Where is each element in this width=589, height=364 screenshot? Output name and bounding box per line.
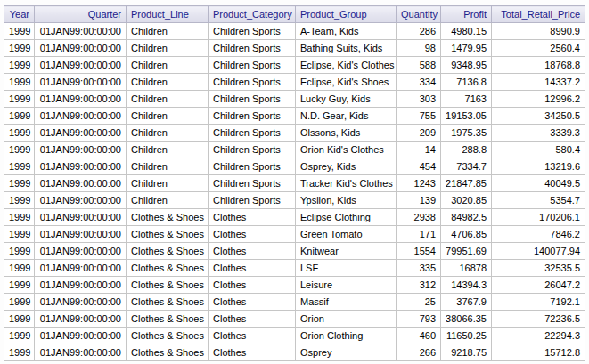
cell-profit: 21847.85: [441, 175, 492, 192]
table-row: 199901JAN99:00:00:00ChildrenChildren Spo…: [4, 142, 585, 158]
cell-product_category: Children Sports: [209, 74, 296, 91]
cell-product_category: Clothes: [209, 243, 296, 260]
results-page: Year Quarter Product_Line Product_Catego…: [0, 0, 589, 364]
cell-product_group: Lucky Guy, Kids: [296, 91, 397, 108]
cell-year: 1999: [4, 23, 35, 40]
cell-product_group: Leisure: [296, 277, 397, 294]
cell-product_category: Children Sports: [209, 40, 296, 57]
cell-product_line: Children: [127, 192, 209, 209]
cell-product_category: Clothes: [209, 277, 296, 294]
cell-year: 1999: [4, 344, 35, 361]
cell-year: 1999: [4, 74, 35, 91]
column-header-product-group: Product_Group: [296, 6, 397, 23]
cell-quantity: 139: [397, 192, 441, 209]
cell-product_category: Children Sports: [209, 192, 296, 209]
cell-profit: 3020.85: [441, 192, 492, 209]
cell-product_line: Children: [127, 142, 209, 158]
column-header-total-retail-price: Total_Retail_Price: [492, 6, 585, 23]
cell-quantity: 334: [397, 74, 441, 91]
cell-product_line: Children: [127, 40, 209, 57]
cell-product_group: A-Team, Kids: [296, 23, 397, 40]
cell-quarter: 01JAN99:00:00:00: [35, 40, 127, 57]
cell-product_group: N.D. Gear, Kids: [296, 108, 397, 125]
cell-profit: 1479.95: [441, 40, 492, 57]
data-table: Year Quarter Product_Line Product_Catego…: [4, 5, 585, 361]
cell-total_retail_price: 8990.9: [492, 23, 585, 40]
column-header-product-line: Product_Line: [127, 6, 209, 23]
cell-quantity: 793: [397, 311, 441, 328]
cell-quarter: 01JAN99:00:00:00: [35, 175, 127, 192]
cell-total_retail_price: 72236.5: [492, 311, 585, 328]
cell-product_group: LSF: [296, 260, 397, 277]
cell-total_retail_price: 26047.2: [492, 277, 585, 294]
cell-quarter: 01JAN99:00:00:00: [35, 226, 127, 243]
cell-product_line: Clothes & Shoes: [127, 277, 209, 294]
cell-quantity: 2938: [397, 209, 441, 226]
table-row: 199901JAN99:00:00:00ChildrenChildren Spo…: [4, 57, 585, 74]
cell-quantity: 454: [397, 158, 441, 175]
cell-product_category: Children Sports: [209, 23, 296, 40]
cell-profit: 7136.8: [441, 74, 492, 91]
cell-quarter: 01JAN99:00:00:00: [35, 328, 127, 344]
column-header-year: Year: [4, 6, 35, 23]
cell-profit: 4706.85: [441, 226, 492, 243]
cell-profit: 38066.35: [441, 311, 492, 328]
cell-year: 1999: [4, 175, 35, 192]
table-row: 199901JAN99:00:00:00ChildrenChildren Spo…: [4, 158, 585, 175]
cell-total_retail_price: 22294.3: [492, 328, 585, 344]
cell-profit: 4980.15: [441, 23, 492, 40]
table-row: 199901JAN99:00:00:00ChildrenChildren Spo…: [4, 91, 585, 108]
cell-product_line: Clothes & Shoes: [127, 311, 209, 328]
cell-year: 1999: [4, 294, 35, 311]
cell-quantity: 303: [397, 91, 441, 108]
cell-product_line: Clothes & Shoes: [127, 226, 209, 243]
cell-quantity: 755: [397, 108, 441, 125]
cell-total_retail_price: 2560.4: [492, 40, 585, 57]
cell-year: 1999: [4, 243, 35, 260]
cell-quantity: 266: [397, 344, 441, 361]
cell-product_line: Children: [127, 175, 209, 192]
cell-product_group: Eclipse, Kid's Shoes: [296, 74, 397, 91]
cell-year: 1999: [4, 226, 35, 243]
cell-profit: 11650.25: [441, 328, 492, 344]
cell-quarter: 01JAN99:00:00:00: [35, 74, 127, 91]
cell-product_line: Children: [127, 125, 209, 142]
table-row: 199901JAN99:00:00:00ChildrenChildren Spo…: [4, 74, 585, 91]
cell-quantity: 588: [397, 57, 441, 74]
cell-total_retail_price: 7192.1: [492, 294, 585, 311]
cell-product_line: Children: [127, 23, 209, 40]
table-row: 199901JAN99:00:00:00Clothes & ShoesCloth…: [4, 277, 585, 294]
cell-product_category: Children Sports: [209, 108, 296, 125]
cell-quarter: 01JAN99:00:00:00: [35, 243, 127, 260]
cell-profit: 7163: [441, 91, 492, 108]
cell-product_category: Clothes: [209, 226, 296, 243]
cell-quantity: 209: [397, 125, 441, 142]
cell-quarter: 01JAN99:00:00:00: [35, 260, 127, 277]
cell-profit: 79951.69: [441, 243, 492, 260]
column-header-quarter: Quarter: [35, 6, 127, 23]
cell-quantity: 98: [397, 40, 441, 57]
table-body: 199901JAN99:00:00:00ChildrenChildren Spo…: [4, 23, 585, 361]
cell-total_retail_price: 580.4: [492, 142, 585, 158]
cell-product_line: Children: [127, 108, 209, 125]
cell-quantity: 14: [397, 142, 441, 158]
cell-quantity: 335: [397, 260, 441, 277]
cell-product_category: Clothes: [209, 260, 296, 277]
cell-quantity: 1243: [397, 175, 441, 192]
cell-profit: 16878: [441, 260, 492, 277]
table-row: 199901JAN99:00:00:00ChildrenChildren Spo…: [4, 175, 585, 192]
cell-product_line: Clothes & Shoes: [127, 294, 209, 311]
cell-total_retail_price: 15712.8: [492, 344, 585, 361]
cell-year: 1999: [4, 209, 35, 226]
cell-profit: 14394.3: [441, 277, 492, 294]
cell-total_retail_price: 18768.8: [492, 57, 585, 74]
cell-quarter: 01JAN99:00:00:00: [35, 294, 127, 311]
cell-product_category: Clothes: [209, 209, 296, 226]
cell-product_category: Clothes: [209, 344, 296, 361]
cell-profit: 288.8: [441, 142, 492, 158]
cell-product_line: Clothes & Shoes: [127, 209, 209, 226]
cell-product_group: Orion: [296, 311, 397, 328]
cell-total_retail_price: 12996.2: [492, 91, 585, 108]
cell-product_line: Children: [127, 74, 209, 91]
cell-quarter: 01JAN99:00:00:00: [35, 108, 127, 125]
